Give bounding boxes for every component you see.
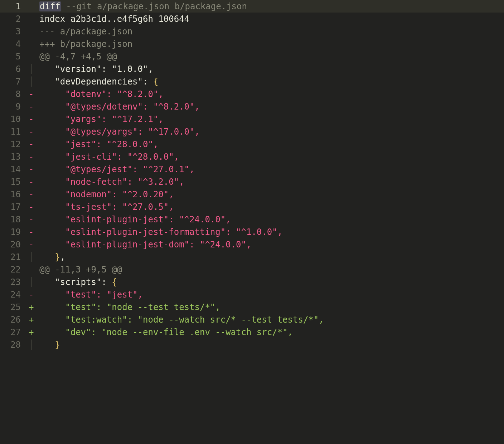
line-number: 17 xyxy=(0,202,29,212)
code-content[interactable]: "yargs": "^17.2.1", xyxy=(39,114,504,124)
diff-marker: - xyxy=(29,177,39,187)
code-content[interactable]: "version": "1.0.0", xyxy=(39,64,504,74)
code-line[interactable]: 13- "jest-cli": "^28.0.0", xyxy=(0,150,504,163)
diff-marker: - xyxy=(29,139,39,149)
code-line[interactable]: 25+ "test": "node --test tests/*", xyxy=(0,301,504,313)
diff-marker: │ xyxy=(29,64,39,74)
line-number: 5 xyxy=(0,52,29,62)
code-content[interactable]: "@types/dotenv": "^8.2.0", xyxy=(39,102,504,112)
code-content[interactable]: "jest-cli": "^28.0.0", xyxy=(39,152,504,162)
code-content[interactable]: "jest": "^28.0.0", xyxy=(39,139,504,149)
line-number: 19 xyxy=(0,227,29,237)
diff-marker: + xyxy=(29,315,39,325)
code-line[interactable]: 23│ "scripts": { xyxy=(0,276,504,288)
code-line[interactable]: 19- "eslint-plugin-jest-formatting": "^1… xyxy=(0,226,504,238)
diff-marker: │ xyxy=(29,77,39,87)
diff-marker: │ xyxy=(29,277,39,287)
code-line[interactable]: 11- "@types/yargs": "^17.0.0", xyxy=(0,125,504,138)
code-content[interactable]: "@types/jest": "^27.0.1", xyxy=(39,164,504,174)
line-number: 1 xyxy=(0,1,29,11)
line-number: 13 xyxy=(0,152,29,162)
code-line[interactable]: 3--- a/package.json xyxy=(0,25,504,38)
code-line[interactable]: 27+ "dev": "node --env-file .env --watch… xyxy=(0,326,504,338)
code-line[interactable]: 26+ "test:watch": "node --watch src/* --… xyxy=(0,313,504,326)
code-content[interactable]: "scripts": { xyxy=(39,277,504,287)
diff-marker: - xyxy=(29,127,39,137)
line-number: 3 xyxy=(0,26,29,37)
code-content[interactable]: "eslint-plugin-jest-dom": "^24.0.0", xyxy=(39,240,504,250)
code-content[interactable]: "test": "jest", xyxy=(39,290,504,300)
code-line[interactable]: 15- "node-fetch": "^3.2.0", xyxy=(0,175,504,188)
code-content[interactable]: "nodemon": "^2.0.20", xyxy=(39,189,504,199)
diff-marker: - xyxy=(29,102,39,112)
line-number: 4 xyxy=(0,39,29,49)
code-line[interactable]: 12- "jest": "^28.0.0", xyxy=(0,138,504,150)
code-line[interactable]: 6│ "version": "1.0.0", xyxy=(0,63,504,75)
code-content[interactable]: "eslint-plugin-jest-formatting": "^1.0.0… xyxy=(39,227,504,237)
code-line[interactable]: 8- "dotenv": "^8.2.0", xyxy=(0,88,504,100)
code-content[interactable]: "dotenv": "^8.2.0", xyxy=(39,89,504,99)
line-number: 7 xyxy=(0,77,29,87)
line-number: 11 xyxy=(0,127,29,137)
line-number: 23 xyxy=(0,277,29,287)
line-number: 22 xyxy=(0,265,29,275)
code-content[interactable]: diff --git a/package.json b/package.json xyxy=(39,1,504,11)
code-content[interactable]: }, xyxy=(39,252,504,262)
code-line[interactable]: 9- "@types/dotenv": "^8.2.0", xyxy=(0,100,504,113)
line-number: 21 xyxy=(0,252,29,262)
code-content[interactable]: "devDependencies": { xyxy=(39,77,504,87)
code-content[interactable]: "eslint-plugin-jest": "^24.0.0", xyxy=(39,214,504,225)
code-line[interactable]: 2index a2b3c1d..e4f5g6h 100644 xyxy=(0,13,504,25)
line-number: 18 xyxy=(0,214,29,225)
line-number: 24 xyxy=(0,290,29,300)
diff-marker: - xyxy=(29,227,39,237)
code-line[interactable]: 21│ }, xyxy=(0,251,504,263)
code-line[interactable]: 17- "ts-jest": "^27.0.5", xyxy=(0,201,504,213)
diff-marker: - xyxy=(29,214,39,225)
line-number: 10 xyxy=(0,114,29,124)
code-line[interactable]: 22@@ -11,3 +9,5 @@ xyxy=(0,263,504,276)
code-line[interactable]: 4+++ b/package.json xyxy=(0,38,504,50)
line-number: 27 xyxy=(0,327,29,337)
code-content[interactable]: @@ -4,7 +4,5 @@ xyxy=(39,52,504,62)
code-content[interactable]: @@ -11,3 +9,5 @@ xyxy=(39,265,504,275)
line-number: 20 xyxy=(0,240,29,250)
diff-marker: - xyxy=(29,152,39,162)
diff-editor[interactable]: 1diff --git a/package.json b/package.jso… xyxy=(0,0,504,444)
diff-marker: - xyxy=(29,164,39,174)
line-number: 6 xyxy=(0,64,29,74)
line-number: 2 xyxy=(0,14,29,24)
code-content[interactable]: index a2b3c1d..e4f5g6h 100644 xyxy=(39,14,504,24)
code-content[interactable]: "@types/yargs": "^17.0.0", xyxy=(39,127,504,137)
code-line[interactable]: 18- "eslint-plugin-jest": "^24.0.0", xyxy=(0,213,504,226)
code-content[interactable]: +++ b/package.json xyxy=(39,39,504,49)
diff-marker: │ xyxy=(29,340,39,350)
code-line[interactable]: 28│ } xyxy=(0,338,504,351)
code-content[interactable]: "dev": "node --env-file .env --watch src… xyxy=(39,327,504,337)
code-content[interactable]: "node-fetch": "^3.2.0", xyxy=(39,177,504,187)
line-number: 15 xyxy=(0,177,29,187)
code-line[interactable]: 14- "@types/jest": "^27.0.1", xyxy=(0,163,504,175)
diff-marker: - xyxy=(29,89,39,99)
code-line[interactable]: 5@@ -4,7 +4,5 @@ xyxy=(0,50,504,63)
code-content[interactable]: "test:watch": "node --watch src/* --test… xyxy=(39,315,504,325)
code-content[interactable]: "test": "node --test tests/*", xyxy=(39,302,504,312)
diff-marker: - xyxy=(29,114,39,124)
line-number: 8 xyxy=(0,89,29,99)
line-number: 14 xyxy=(0,164,29,174)
line-number: 9 xyxy=(0,102,29,112)
code-line[interactable]: 16- "nodemon": "^2.0.20", xyxy=(0,188,504,201)
code-line[interactable]: 1diff --git a/package.json b/package.jso… xyxy=(0,0,504,13)
code-line[interactable]: 10- "yargs": "^17.2.1", xyxy=(0,113,504,125)
line-number: 16 xyxy=(0,189,29,199)
code-line[interactable]: 20- "eslint-plugin-jest-dom": "^24.0.0", xyxy=(0,238,504,251)
line-number: 25 xyxy=(0,302,29,312)
line-number: 26 xyxy=(0,315,29,325)
diff-marker: - xyxy=(29,240,39,250)
code-line[interactable]: 7│ "devDependencies": { xyxy=(0,75,504,88)
code-content[interactable]: --- a/package.json xyxy=(39,26,504,37)
code-content[interactable]: } xyxy=(39,340,504,350)
line-number: 28 xyxy=(0,340,29,350)
code-content[interactable]: "ts-jest": "^27.0.5", xyxy=(39,202,504,212)
code-line[interactable]: 24- "test": "jest", xyxy=(0,288,504,301)
